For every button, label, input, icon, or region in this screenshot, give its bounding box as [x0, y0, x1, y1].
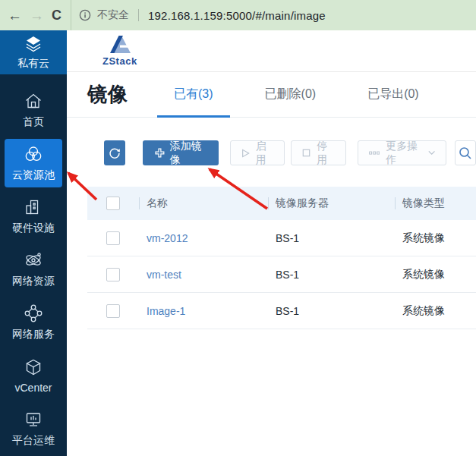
- add-image-label: 添加镜像: [170, 140, 206, 167]
- home-icon: [24, 91, 43, 111]
- app-header: ZStack: [67, 30, 476, 72]
- row-checkbox[interactable]: [106, 304, 120, 318]
- tab-label: 已删除(0): [265, 86, 317, 102]
- sidebar-item-label: 硬件设施: [12, 222, 55, 235]
- vcenter-cube-icon: [24, 357, 43, 377]
- network-resource-icon: [24, 250, 43, 270]
- page-title: 镜像: [87, 81, 128, 108]
- sidebar-item-network-service[interactable]: 网络服务: [0, 296, 67, 349]
- image-name-link[interactable]: vm-2012: [147, 232, 188, 244]
- zstack-logo[interactable]: ZStack: [102, 35, 137, 67]
- add-image-button[interactable]: 添加镜像: [143, 140, 219, 165]
- sidebar-item-label: vCenter: [14, 382, 52, 394]
- disable-label: 停用: [317, 140, 335, 167]
- table-row[interactable]: vm-test BS-1 系统镜像: [87, 256, 476, 293]
- image-type-cell: 系统镜像: [402, 231, 445, 245]
- tab-label: 已有(3): [174, 86, 213, 102]
- disable-button[interactable]: 停用: [291, 140, 346, 165]
- image-name-link[interactable]: Image-1: [147, 305, 185, 317]
- image-name-link[interactable]: vm-test: [147, 269, 181, 281]
- layers-icon: [24, 34, 43, 54]
- column-header-server: 镜像服务器: [276, 197, 329, 210]
- browser-refresh-button[interactable]: C: [52, 8, 61, 22]
- sidebar-item-label: 云资源池: [12, 168, 55, 182]
- sidebar-item-cloud-pool[interactable]: 云资源池: [0, 137, 67, 190]
- sidebar-item-network-resource[interactable]: 网络资源: [0, 243, 67, 296]
- play-icon: [241, 148, 250, 159]
- stop-icon: [302, 148, 311, 158]
- image-table: 名称 镜像服务器 镜像类型 vm-2012 BS-1 系统镜像 vm-test …: [87, 187, 476, 329]
- chevron-down-icon: [428, 150, 435, 156]
- address-divider: [138, 9, 139, 21]
- column-header-name: 名称: [147, 197, 168, 210]
- enable-label: 启用: [256, 140, 274, 167]
- table-row[interactable]: vm-2012 BS-1 系统镜像: [87, 220, 476, 256]
- sidebar-item-hardware[interactable]: 硬件设施: [0, 190, 67, 243]
- refresh-icon: [108, 146, 121, 160]
- sidebar-item-private-cloud[interactable]: 私有云: [0, 30, 67, 74]
- column-header-type: 镜像类型: [402, 197, 445, 210]
- sidebar-item-label: 平台运维: [12, 434, 55, 448]
- sidebar: 私有云 首页: [0, 30, 67, 456]
- table-row[interactable]: Image-1 BS-1 系统镜像: [87, 293, 476, 329]
- sidebar-item-home[interactable]: 首页: [0, 83, 67, 137]
- toolbar: 添加镜像 启用 停用 更多操作: [67, 140, 476, 165]
- image-type-cell: 系统镜像: [402, 268, 445, 281]
- tab-deleted[interactable]: 已删除(0): [248, 72, 333, 117]
- image-server-cell: BS-1: [276, 269, 299, 281]
- hardware-icon: [24, 197, 43, 217]
- sidebar-item-label: 网络服务: [12, 328, 55, 341]
- browser-toolbar: ← → C 不安全 192.168.1.159:5000/#/main/imag…: [0, 0, 476, 30]
- address-bar[interactable]: 不安全 192.168.1.159:5000/#/main/image: [71, 0, 476, 30]
- row-checkbox[interactable]: [106, 268, 120, 281]
- select-all-checkbox[interactable]: [106, 197, 120, 210]
- tab-existing[interactable]: 已有(3): [157, 72, 230, 117]
- row-checkbox[interactable]: [106, 231, 120, 245]
- zstack-logo-icon: [108, 35, 132, 55]
- network-service-icon: [24, 303, 43, 323]
- browser-forward-button[interactable]: →: [30, 8, 44, 23]
- sidebar-item-label: 首页: [23, 115, 44, 129]
- logo-text: ZStack: [102, 55, 137, 67]
- browser-back-button[interactable]: ←: [8, 8, 22, 23]
- tab-bar: 镜像 已有(3) 已删除(0) 已导出(0): [67, 72, 476, 118]
- security-label: 不安全: [97, 8, 129, 22]
- image-type-cell: 系统镜像: [402, 304, 445, 318]
- more-actions-button[interactable]: 更多操作: [358, 140, 446, 165]
- tab-label: 已导出(0): [367, 86, 419, 102]
- plus-icon: [155, 147, 165, 159]
- search-icon: [459, 146, 472, 160]
- image-server-cell: BS-1: [276, 232, 299, 244]
- platform-ops-icon: [24, 410, 43, 429]
- enable-button[interactable]: 启用: [230, 140, 285, 165]
- more-dots-icon: [369, 151, 380, 156]
- cloud-pool-icon: [24, 144, 43, 164]
- image-server-cell: BS-1: [276, 305, 299, 317]
- refresh-button[interactable]: [104, 140, 125, 165]
- url-text: 192.168.1.159:5000/#/main/image: [148, 9, 326, 22]
- more-actions-label: 更多操作: [386, 140, 421, 167]
- sidebar-item-label: 网络资源: [12, 275, 55, 288]
- sidebar-item-platform-ops[interactable]: 平台运维: [0, 402, 67, 455]
- sidebar-item-label: 私有云: [17, 57, 49, 71]
- tab-exported[interactable]: 已导出(0): [351, 72, 436, 117]
- search-button[interactable]: [455, 140, 476, 165]
- table-header: 名称 镜像服务器 镜像类型: [87, 187, 476, 220]
- info-icon[interactable]: [79, 9, 91, 21]
- sidebar-item-vcenter[interactable]: vCenter: [0, 349, 67, 402]
